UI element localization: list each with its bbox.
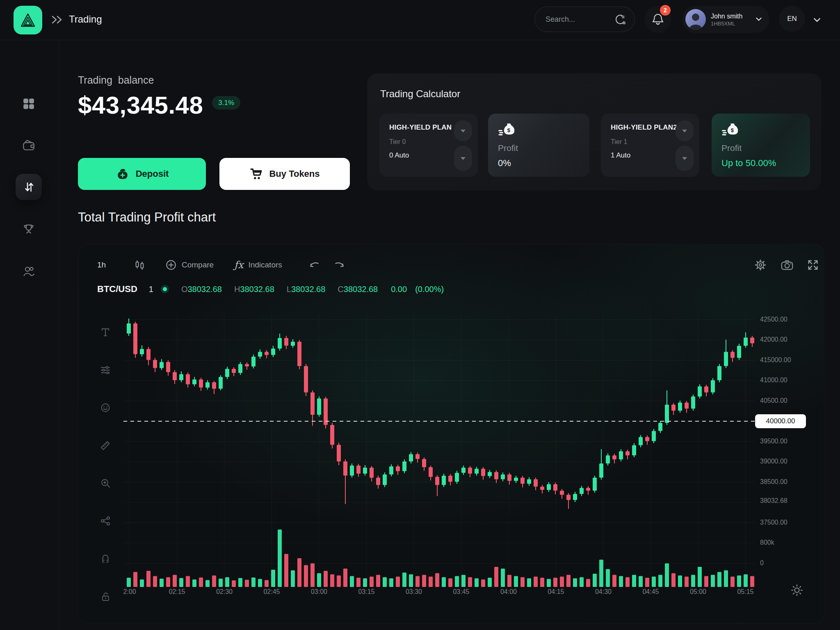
volume-bar bbox=[278, 530, 282, 587]
candle bbox=[278, 338, 282, 349]
compare-button[interactable]: Compare bbox=[165, 255, 214, 275]
chart-type-button[interactable] bbox=[134, 255, 146, 275]
volume-bar bbox=[363, 578, 367, 587]
symbol-pair: BTC/USD bbox=[97, 284, 137, 294]
candle bbox=[350, 466, 354, 476]
auto-select-button[interactable] bbox=[676, 146, 694, 171]
svg-text:$: $ bbox=[731, 127, 734, 133]
profit-value: Up to 50.00% bbox=[721, 158, 810, 169]
ohlc-low: L38032.68 bbox=[287, 285, 326, 294]
profit-card: $ Profit Up to 50.00% bbox=[712, 114, 810, 177]
user-name: John smith bbox=[711, 12, 742, 21]
auto-select-button[interactable] bbox=[454, 146, 472, 171]
candle bbox=[481, 469, 485, 476]
volume-bar bbox=[225, 577, 229, 587]
candle bbox=[140, 349, 144, 354]
candle bbox=[402, 461, 406, 471]
candle bbox=[685, 403, 689, 409]
sidebar-item-wallet[interactable] bbox=[16, 132, 42, 158]
interval-button[interactable]: 1h bbox=[97, 255, 106, 275]
brightness-button[interactable] bbox=[790, 583, 804, 597]
emoji-tool-button[interactable] bbox=[100, 402, 111, 413]
search-input[interactable]: Search... bbox=[534, 7, 635, 32]
search-placeholder: Search... bbox=[546, 15, 614, 24]
candle bbox=[186, 374, 190, 384]
candle bbox=[284, 338, 288, 346]
y-axis-label: 40500.00 bbox=[760, 397, 822, 404]
adjust-tool-button[interactable] bbox=[100, 364, 111, 376]
notifications-button[interactable]: 2 bbox=[644, 6, 671, 33]
user-menu[interactable]: John smith 1HB5XML bbox=[682, 6, 769, 33]
balance-label: Trading balance bbox=[78, 74, 154, 86]
plan-select-button[interactable] bbox=[676, 120, 694, 142]
price-change: 0.00 bbox=[391, 285, 407, 294]
volume-bar bbox=[153, 576, 157, 587]
share-tool-button[interactable] bbox=[100, 515, 111, 527]
undo-icon bbox=[308, 260, 320, 270]
undo-button[interactable] bbox=[308, 255, 320, 275]
x-axis-label: 03:45 bbox=[447, 588, 476, 596]
candle bbox=[612, 455, 616, 459]
sidebar-item-dashboard[interactable] bbox=[16, 91, 42, 117]
text-tool-button[interactable] bbox=[100, 326, 111, 338]
language-button[interactable]: EN bbox=[779, 6, 805, 32]
candle bbox=[271, 349, 275, 355]
redo-icon bbox=[333, 260, 346, 270]
notification-badge: 2 bbox=[660, 5, 671, 16]
trading-app: Trading Search... 2 bbox=[0, 0, 840, 630]
chevron-down-icon bbox=[755, 15, 763, 23]
candle bbox=[166, 362, 170, 372]
magnet-tool-button[interactable] bbox=[100, 553, 111, 564]
volume-bar bbox=[737, 575, 741, 587]
sidebar-item-achievements[interactable] bbox=[16, 217, 42, 243]
candle bbox=[593, 478, 597, 491]
profit-value: 0% bbox=[498, 158, 589, 169]
candle bbox=[304, 366, 308, 392]
volume-bar bbox=[271, 570, 275, 587]
circle-plus-icon bbox=[165, 259, 177, 271]
volume-bar bbox=[409, 574, 413, 587]
lock-tool-button[interactable] bbox=[100, 591, 111, 602]
y-axis-label: 38500.00 bbox=[760, 478, 822, 486]
volume-bar bbox=[717, 572, 721, 587]
y-axis-label: 39500.00 bbox=[760, 438, 822, 445]
candle bbox=[455, 473, 459, 482]
volume-bar bbox=[192, 580, 196, 587]
language-chevron-button[interactable] bbox=[812, 15, 822, 25]
candle bbox=[475, 469, 479, 474]
deposit-button[interactable]: Deposit bbox=[78, 158, 206, 190]
volume-bar bbox=[750, 576, 754, 587]
volume-bar bbox=[396, 577, 400, 587]
sidebar-expand-button[interactable] bbox=[50, 14, 65, 25]
sidebar-item-trading[interactable] bbox=[16, 174, 42, 200]
candle bbox=[553, 484, 557, 491]
profit-label: Profit bbox=[721, 143, 810, 153]
redo-button[interactable] bbox=[333, 255, 346, 275]
profit-label: Profit bbox=[498, 143, 589, 153]
candle bbox=[717, 366, 721, 380]
app-logo[interactable] bbox=[14, 6, 42, 34]
candle bbox=[343, 461, 347, 476]
indicators-button[interactable]: ƒx Indicators bbox=[234, 255, 282, 275]
volume-bar bbox=[337, 575, 341, 587]
candle bbox=[501, 475, 505, 479]
calculator-title: Trading Calculator bbox=[380, 88, 460, 100]
top-bar: Trading Search... 2 bbox=[0, 0, 840, 40]
plan-select-button[interactable] bbox=[454, 120, 472, 142]
sidebar-item-referrals[interactable] bbox=[16, 258, 42, 285]
zoom-tool-button[interactable] bbox=[100, 477, 111, 489]
candle bbox=[238, 364, 242, 373]
candlestick-plot[interactable] bbox=[123, 314, 755, 587]
balance-change-badge: 3.1% bbox=[212, 96, 240, 110]
measure-tool-button[interactable] bbox=[100, 440, 111, 451]
snapshot-button[interactable] bbox=[781, 255, 794, 275]
sliders-icon bbox=[100, 365, 111, 375]
volume-bar bbox=[429, 577, 433, 587]
market-status-dot bbox=[161, 285, 169, 293]
buy-tokens-button[interactable]: Buy Tokens bbox=[219, 158, 350, 190]
fullscreen-button[interactable] bbox=[807, 255, 819, 275]
language-label: EN bbox=[787, 15, 797, 23]
candle bbox=[737, 346, 741, 358]
chart-settings-button[interactable] bbox=[754, 255, 767, 275]
text-icon bbox=[100, 327, 111, 338]
